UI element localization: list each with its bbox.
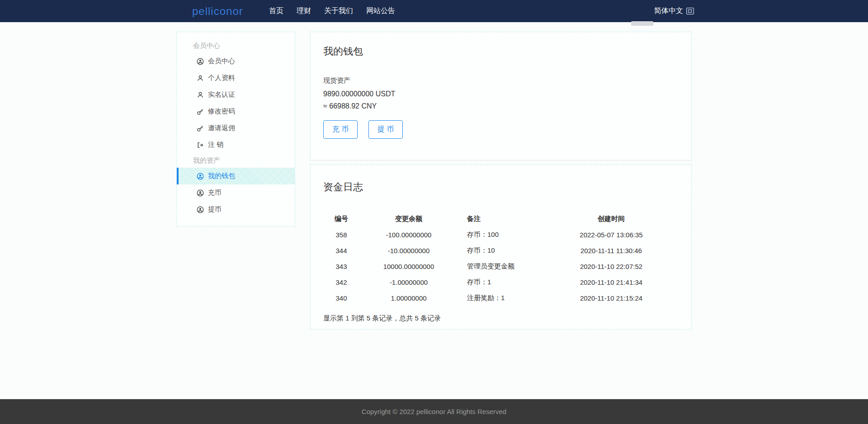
cell-balance-change: 10000.00000000 bbox=[359, 259, 458, 274]
cell-id: 343 bbox=[323, 259, 359, 274]
key-icon bbox=[197, 125, 204, 132]
logo[interactable]: pelliconor bbox=[192, 0, 243, 22]
col-header-remark: 备注 bbox=[458, 211, 544, 227]
user-circle-icon bbox=[197, 173, 204, 180]
nav-about-us[interactable]: 关于我们 bbox=[324, 6, 353, 16]
cell-id: 340 bbox=[323, 290, 359, 306]
cell-remark: 注册奖励：1 bbox=[458, 290, 544, 306]
sidebar-item-label: 邀请返佣 bbox=[208, 124, 235, 132]
col-header-balance-change: 变更余额 bbox=[359, 211, 458, 227]
sidebar-item-label: 提币 bbox=[208, 205, 222, 214]
deposit-button[interactable]: 充 币 bbox=[323, 120, 358, 139]
sidebar-item-invite-rebate[interactable]: 邀请返佣 bbox=[177, 120, 295, 137]
sign-out-icon bbox=[197, 141, 204, 149]
cell-balance-change: -1.00000000 bbox=[359, 274, 458, 290]
user-circle-icon bbox=[197, 206, 204, 213]
content-container: 会员中心 会员中心 个人资料 实名认证 bbox=[176, 32, 692, 330]
cny-approx-value: ≈ 66988.92 CNY bbox=[323, 102, 679, 110]
sidebar-item-logout[interactable]: 注 销 bbox=[177, 137, 295, 153]
sidebar-item-my-wallet[interactable]: 我的钱包 bbox=[177, 168, 295, 184]
sidebar-item-member-center[interactable]: 会员中心 bbox=[177, 53, 295, 70]
navbar-inner: pelliconor 首页 理财 关于我们 网站公告 简体中文 bbox=[174, 0, 694, 22]
sidebar: 会员中心 会员中心 个人资料 实名认证 bbox=[176, 32, 295, 226]
sidebar-item-change-password[interactable]: 修改密码 bbox=[177, 103, 295, 120]
user-outline-icon bbox=[197, 75, 204, 82]
nav-home[interactable]: 首页 bbox=[269, 6, 283, 16]
table-header-row: 编号 变更余额 备注 创建时间 bbox=[323, 211, 679, 227]
navbar: pelliconor 首页 理财 关于我们 网站公告 简体中文 bbox=[0, 0, 868, 22]
main-content: 我的钱包 现货资产 9890.00000000 USDT ≈ 66988.92 … bbox=[310, 32, 692, 330]
language-label: 简体中文 bbox=[654, 6, 683, 16]
sidebar-item-label: 充币 bbox=[208, 188, 222, 197]
cell-remark: 存币：10 bbox=[458, 243, 544, 259]
cell-created-time: 2020-11-10 21:41:34 bbox=[544, 274, 679, 290]
sidebar-item-label: 修改密码 bbox=[208, 107, 235, 116]
cell-created-time: 2020-11-11 11:30:46 bbox=[544, 243, 679, 259]
table-row: 358 -100.00000000 存币：100 2022-05-07 13:0… bbox=[323, 227, 679, 243]
spot-asset-label: 现货资产 bbox=[323, 76, 679, 85]
wallet-title: 我的钱包 bbox=[323, 45, 679, 58]
cell-created-time: 2022-05-07 13:06:35 bbox=[544, 227, 679, 243]
language-switcher[interactable]: 简体中文 bbox=[654, 0, 694, 22]
col-header-id: 编号 bbox=[323, 211, 359, 227]
sidebar-item-withdraw[interactable]: 提币 bbox=[177, 201, 295, 218]
sidebar-item-profile[interactable]: 个人资料 bbox=[177, 70, 295, 86]
sidebar-item-label: 会员中心 bbox=[208, 57, 235, 66]
footer: Copyright © 2022 pelliconor All Rights R… bbox=[0, 399, 868, 424]
user-circle-icon bbox=[197, 189, 204, 197]
cell-created-time: 2020-11-10 22:07:52 bbox=[544, 259, 679, 274]
user-circle-icon bbox=[197, 58, 204, 65]
cell-created-time: 2020-11-10 21:15:24 bbox=[544, 290, 679, 306]
usdt-balance: 9890.00000000 USDT bbox=[323, 90, 679, 98]
fund-log-panel: 资金日志 编号 变更余额 备注 创建时间 358 -100.00000 bbox=[310, 165, 692, 330]
withdraw-button[interactable]: 提 币 bbox=[368, 120, 403, 139]
sidebar-item-label: 我的钱包 bbox=[208, 172, 235, 180]
wallet-actions: 充 币 提 币 bbox=[323, 120, 679, 139]
col-header-created-time: 创建时间 bbox=[544, 211, 679, 227]
wallet-panel: 我的钱包 现货资产 9890.00000000 USDT ≈ 66988.92 … bbox=[310, 32, 692, 160]
sidebar-section-assets-title: 我的资产 bbox=[177, 153, 295, 168]
sidebar-section-member-title: 会员中心 bbox=[177, 38, 295, 53]
fund-log-table: 编号 变更余额 备注 创建时间 358 -100.00000000 存币：100… bbox=[323, 211, 679, 306]
sidebar-item-label: 实名认证 bbox=[208, 90, 235, 99]
copyright-text: Copyright © 2022 pelliconor All Rights R… bbox=[362, 408, 506, 415]
pagination-summary: 显示第 1 到第 5 条记录，总共 5 条记录 bbox=[323, 314, 679, 323]
cell-balance-change: -100.00000000 bbox=[359, 227, 458, 243]
page: pelliconor 首页 理财 关于我们 网站公告 简体中文 会员中心 会员中… bbox=[0, 0, 868, 424]
key-icon bbox=[197, 108, 204, 115]
sidebar-item-identity-verification[interactable]: 实名认证 bbox=[177, 86, 295, 103]
sidebar-item-label: 注 销 bbox=[208, 141, 223, 149]
sidebar-item-label: 个人资料 bbox=[208, 74, 235, 82]
user-outline-icon bbox=[197, 91, 204, 99]
cell-remark: 存币：100 bbox=[458, 227, 544, 243]
cell-balance-change: 1.00000000 bbox=[359, 290, 458, 306]
language-flag-icon bbox=[686, 8, 694, 14]
sidebar-item-deposit[interactable]: 充币 bbox=[177, 184, 295, 201]
cell-id: 358 bbox=[323, 227, 359, 243]
table-row: 342 -1.00000000 存币：1 2020-11-10 21:41:34 bbox=[323, 274, 679, 290]
nav-finance[interactable]: 理财 bbox=[297, 6, 311, 16]
main-nav: 首页 理财 关于我们 网站公告 bbox=[269, 0, 395, 22]
cell-id: 344 bbox=[323, 243, 359, 259]
language-dropdown-sliver bbox=[631, 21, 653, 26]
table-row: 340 1.00000000 注册奖励：1 2020-11-10 21:15:2… bbox=[323, 290, 679, 306]
table-row: 343 10000.00000000 管理员变更金额 2020-11-10 22… bbox=[323, 259, 679, 274]
nav-announcements[interactable]: 网站公告 bbox=[366, 6, 395, 16]
table-row: 344 -10.00000000 存币：10 2020-11-11 11:30:… bbox=[323, 243, 679, 259]
cell-balance-change: -10.00000000 bbox=[359, 243, 458, 259]
cell-remark: 存币：1 bbox=[458, 274, 544, 290]
cell-id: 342 bbox=[323, 274, 359, 290]
fund-log-title: 资金日志 bbox=[323, 180, 679, 194]
cell-remark: 管理员变更金额 bbox=[458, 259, 544, 274]
